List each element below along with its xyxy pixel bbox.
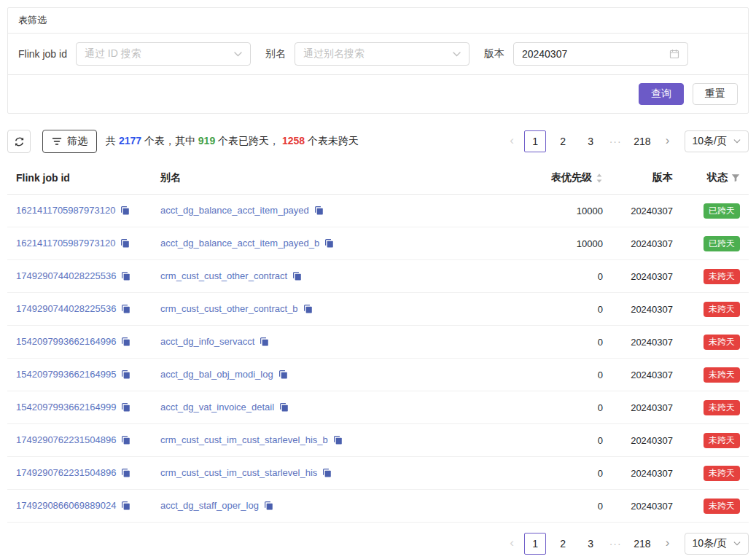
job-id-link[interactable]: 1542097993662164995 bbox=[16, 369, 116, 380]
job-id-link[interactable]: 1621411705987973120 bbox=[16, 238, 115, 249]
next-page-button[interactable]: › bbox=[658, 533, 677, 555]
table-row: 1621411705987973120 acct_dg_balance_acct… bbox=[7, 195, 749, 227]
alias-link[interactable]: acct_dg_bal_obj_modi_log bbox=[160, 369, 273, 380]
copy-icon[interactable] bbox=[324, 238, 334, 250]
copy-icon[interactable] bbox=[121, 435, 130, 447]
version-cell: 20240307 bbox=[612, 359, 682, 391]
status-badge: 未跨天 bbox=[704, 302, 740, 317]
copy-icon[interactable] bbox=[314, 206, 324, 217]
version-label: 版本 bbox=[484, 47, 504, 60]
status-badge: 已跨天 bbox=[704, 203, 740, 219]
flink-job-id-select[interactable]: 通过 ID 搜索 bbox=[76, 42, 251, 66]
copy-icon[interactable] bbox=[121, 304, 130, 316]
search-button[interactable]: 查询 bbox=[639, 83, 684, 105]
alias-link[interactable]: acct_dg_balance_acct_item_payed bbox=[160, 205, 309, 216]
page-size-value: 10条/页 bbox=[693, 537, 727, 550]
version-cell: 20240307 bbox=[612, 326, 682, 359]
copy-icon[interactable] bbox=[120, 238, 130, 250]
summary-not-crossed-count: 1258 bbox=[282, 135, 305, 146]
status-badge: 未跨天 bbox=[704, 367, 740, 383]
column-header-flink-job-id: Flink job id bbox=[7, 160, 152, 195]
version-cell: 20240307 bbox=[612, 293, 682, 326]
job-id-link[interactable]: 1749290744028225536 bbox=[16, 303, 116, 314]
job-id-link[interactable]: 1621411705987973120 bbox=[16, 205, 115, 216]
refresh-icon bbox=[14, 136, 25, 147]
chevron-down-icon bbox=[733, 139, 741, 144]
page-size-select[interactable]: 10条/页 bbox=[685, 130, 749, 152]
job-id-link[interactable]: 1542097993662164999 bbox=[16, 402, 116, 413]
filter-funnel-icon[interactable] bbox=[731, 173, 740, 182]
copy-icon[interactable] bbox=[121, 402, 130, 414]
copy-icon[interactable] bbox=[264, 501, 273, 512]
page-item-218[interactable]: 218 bbox=[629, 533, 655, 555]
page-ellipsis[interactable]: ··· bbox=[606, 136, 625, 147]
copy-icon[interactable] bbox=[120, 206, 130, 217]
alias-link[interactable]: crm_cust_cust_im_cust_starlevel_his bbox=[160, 467, 317, 478]
alias-select[interactable]: 通过别名搜索 bbox=[295, 42, 469, 66]
priority-cell: 0 bbox=[501, 490, 612, 523]
copy-icon[interactable] bbox=[121, 370, 130, 381]
next-page-button[interactable]: › bbox=[658, 130, 677, 152]
page-item-218[interactable]: 218 bbox=[629, 130, 655, 152]
job-id-link[interactable]: 1749290744028225536 bbox=[16, 270, 116, 281]
sort-icon[interactable] bbox=[596, 173, 603, 184]
summary-text: 个表，其中 bbox=[141, 135, 198, 146]
copy-icon[interactable] bbox=[279, 402, 289, 414]
alias-link[interactable]: acct_dg_vat_invoice_detail bbox=[160, 402, 274, 413]
copy-icon[interactable] bbox=[121, 271, 130, 283]
table-row: 1749290744028225536 crm_cust_cust_other_… bbox=[7, 293, 749, 326]
copy-icon[interactable] bbox=[292, 271, 302, 283]
job-id-link[interactable]: 1749290866069889024 bbox=[16, 500, 116, 511]
refresh-button[interactable] bbox=[7, 130, 31, 153]
alias-label: 别名 bbox=[265, 47, 286, 60]
prev-page-button[interactable]: ‹ bbox=[502, 130, 521, 152]
page-size-select[interactable]: 10条/页 bbox=[685, 533, 749, 555]
status-badge: 未跨天 bbox=[704, 269, 740, 284]
prev-page-button[interactable]: ‹ bbox=[502, 533, 521, 555]
job-id-link[interactable]: 1542097993662164996 bbox=[16, 336, 116, 347]
version-field: 版本 20240307 bbox=[484, 42, 688, 66]
bottom-pagination-bar: ‹ 1 2 3 ··· 218 › 10条/页 bbox=[7, 533, 749, 555]
copy-icon[interactable] bbox=[322, 468, 332, 480]
alias-link[interactable]: crm_cust_cust_other_contract_b bbox=[160, 303, 298, 314]
page-item-1[interactable]: 1 bbox=[524, 130, 546, 152]
alias-link[interactable]: acct_dg_balance_acct_item_payed_b bbox=[160, 238, 319, 249]
summary-crossed-count: 919 bbox=[198, 135, 215, 146]
table-body: 1621411705987973120 acct_dg_balance_acct… bbox=[7, 195, 749, 523]
alias-link[interactable]: acct_dg_staff_oper_log bbox=[160, 500, 259, 511]
reset-button[interactable]: 重置 bbox=[693, 83, 738, 105]
page-item-2[interactable]: 2 bbox=[552, 130, 574, 152]
copy-icon[interactable] bbox=[333, 435, 343, 447]
alias-link[interactable]: crm_cust_cust_im_cust_starlevel_his_b bbox=[160, 434, 328, 445]
status-badge: 未跨天 bbox=[704, 433, 740, 448]
page-item-2[interactable]: 2 bbox=[552, 533, 574, 555]
copy-icon[interactable] bbox=[303, 304, 313, 316]
job-id-link[interactable]: 1749290762231504896 bbox=[16, 434, 116, 445]
pagination-top: ‹ 1 2 3 ··· 218 › 10条/页 bbox=[502, 130, 749, 152]
page-ellipsis[interactable]: ··· bbox=[606, 538, 625, 550]
job-id-link[interactable]: 1749290762231504896 bbox=[16, 467, 116, 478]
copy-icon[interactable] bbox=[121, 501, 130, 512]
table-row: 1542097993662164999 acct_dg_vat_invoice_… bbox=[7, 391, 749, 424]
page-item-3[interactable]: 3 bbox=[580, 130, 601, 152]
page-item-1[interactable]: 1 bbox=[524, 533, 546, 555]
flink-job-id-placeholder: 通过 ID 搜索 bbox=[85, 47, 141, 60]
table-row: 1749290762231504896 crm_cust_cust_im_cus… bbox=[7, 424, 749, 457]
copy-icon[interactable] bbox=[121, 337, 130, 348]
version-date-input[interactable]: 20240307 bbox=[513, 42, 688, 66]
copy-icon[interactable] bbox=[121, 468, 130, 480]
priority-cell: 0 bbox=[501, 260, 612, 293]
page-item-3[interactable]: 3 bbox=[580, 533, 601, 555]
table-row: 1749290762231504896 crm_cust_cust_im_cus… bbox=[7, 457, 749, 490]
alias-link[interactable]: crm_cust_cust_other_contract bbox=[160, 270, 287, 281]
copy-icon[interactable] bbox=[278, 370, 288, 381]
summary-text: 共 bbox=[106, 135, 119, 146]
alias-link[interactable]: acct_dg_info_servacct bbox=[160, 336, 254, 347]
calendar-icon bbox=[669, 49, 679, 59]
page-size-value: 10条/页 bbox=[693, 135, 727, 148]
copy-icon[interactable] bbox=[260, 337, 269, 348]
table-row: 1542097993662164996 acct_dg_info_servacc… bbox=[7, 326, 749, 359]
flink-job-id-field: Flink job id 通过 ID 搜索 bbox=[18, 42, 251, 66]
filter-toggle-button[interactable]: 筛选 bbox=[42, 130, 97, 153]
table-row: 1621411705987973120 acct_dg_balance_acct… bbox=[7, 227, 749, 260]
